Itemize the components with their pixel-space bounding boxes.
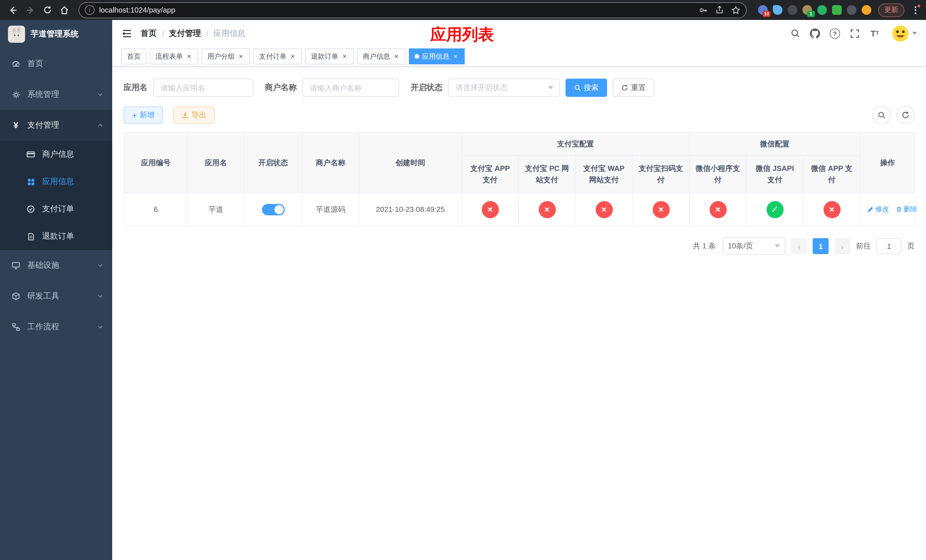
password-key-icon[interactable] [699,5,708,15]
fullscreen-icon[interactable] [850,28,860,38]
tab-merchant-info[interactable]: 商户信息 × [357,48,406,64]
col-header-created: 创建时间 [359,132,461,193]
page-size-select[interactable]: 10条/页 [723,238,785,255]
page-number-1[interactable]: 1 [813,238,829,254]
search-icon[interactable] [790,28,800,38]
delete-link[interactable]: 删除 [896,204,917,214]
app-name-input[interactable] [153,79,253,97]
close-icon[interactable]: × [393,53,400,60]
sidebar-item-system[interactable]: 系统管理 [0,79,112,110]
cell-app-id: 6 [124,193,188,226]
sidebar-item-payment-orders[interactable]: 支付订单 [0,195,112,223]
address-bar[interactable]: i localhost:1024/pay/app [79,2,747,18]
sidebar-item-label: 应用信息 [42,177,103,187]
refresh-table-icon[interactable] [896,106,915,124]
next-page-button[interactable]: › [834,238,850,254]
url-text[interactable]: localhost:1024/pay/app [99,6,694,14]
alipay-wap-status-icon: × [595,201,613,218]
sidebar-item-app-info[interactable]: 应用信息 [0,168,112,195]
breadcrumb-separator: / [206,29,209,38]
browser-update-button[interactable]: 更新 [878,3,904,17]
chevron-up-icon [97,123,103,128]
toggle-search-icon[interactable] [873,106,891,124]
monitor-icon [11,261,21,270]
profile-avatar-icon[interactable] [862,5,872,15]
chevron-down-icon [912,32,917,35]
close-icon[interactable]: × [238,53,244,60]
col-group-wechat: 微信配置 [689,132,860,155]
user-avatar[interactable] [892,25,917,42]
extension-icon-3[interactable] [788,5,797,15]
tab-refund-orders[interactable]: 退款订单 × [305,48,354,64]
wx-app-status-icon: × [823,201,840,218]
payment-submenu: 商户信息 应用信息 支付订单 [0,141,112,250]
extension-icon-5[interactable] [817,5,827,15]
back-icon[interactable] [6,3,21,17]
tab-home[interactable]: 首页 [121,48,146,64]
close-icon[interactable]: × [186,53,192,60]
sidebar-item-home[interactable]: 首页 [0,48,112,79]
sidebar-item-refund-orders[interactable]: 退款订单 [0,223,112,250]
tab-process-form[interactable]: 流程表单 × [150,48,198,64]
tab-app-info[interactable]: 应用信息 × [409,48,465,64]
tab-label: 首页 [127,51,141,61]
collapse-menu-icon[interactable] [121,28,133,39]
wx-jsapi-status-icon: ✓ [766,201,783,218]
reload-icon[interactable] [40,3,54,17]
font-size-icon[interactable]: TT [870,28,880,38]
document-icon [26,232,35,241]
tab-user-group[interactable]: 用户分组 × [201,48,250,64]
application-window: i localhost:1024/pay/app 10 1 [0,0,926,560]
close-icon[interactable]: × [341,53,348,60]
extension-icon-6[interactable] [832,5,842,15]
browser-menu-icon[interactable] [910,4,920,16]
col-group-alipay: 支付宝配置 [461,132,689,155]
col-header-alipay-app: 支付宝 APP 支付 [461,155,519,193]
reset-button[interactable]: 重置 [613,79,654,97]
breadcrumb-payment[interactable]: 支付管理 [169,28,201,38]
prev-page-button[interactable]: ‹ [791,238,807,254]
close-icon[interactable]: × [452,53,459,60]
merchant-name-input[interactable] [303,79,399,97]
col-header-app-name: 应用名 [188,132,244,193]
search-button[interactable]: 搜索 [566,79,607,97]
home-icon[interactable] [57,3,72,17]
sidebar-menu: 首页 系统管理 ¥ 支付管理 [0,48,112,560]
reset-button-label: 重置 [631,83,646,93]
github-icon[interactable] [810,28,820,38]
edit-link[interactable]: 修改 [867,204,889,214]
wx-mini-status-icon: × [709,201,726,218]
sidebar-logo[interactable]: 芋道管理系统 [0,20,112,48]
breadcrumb-home[interactable]: 首页 [141,28,157,38]
extension-icon-1[interactable]: 10 [758,5,768,15]
sidebar-item-dev-tools[interactable]: 研发工具 [0,281,112,312]
tags-view-bar: 首页 流程表单 × 用户分组 × 支付订单 × 退款订单 × [112,47,926,67]
export-button[interactable]: 导出 [173,106,215,124]
status-toggle[interactable] [262,204,284,215]
site-info-icon[interactable]: i [85,5,95,15]
status-select[interactable]: 请选择开启状态 [448,79,560,97]
share-icon[interactable] [715,6,724,14]
extension-icon-4[interactable]: 1 [802,5,812,15]
close-icon[interactable]: × [289,53,296,60]
add-button[interactable]: + 新增 [124,106,163,124]
app-name-label: 应用名 [124,83,147,93]
add-button-label: 新增 [139,110,154,120]
extension-icon-7[interactable] [847,5,856,15]
forward-icon[interactable] [23,3,38,17]
sidebar-item-infrastructure[interactable]: 基础设施 [0,250,112,281]
help-icon[interactable]: ? [830,28,840,38]
bookmark-star-icon[interactable] [731,5,740,15]
download-icon [182,112,189,118]
trash-icon [896,206,902,212]
tab-payment-orders[interactable]: 支付订单 × [253,48,302,64]
sidebar-item-workflow[interactable]: 工作流程 [0,312,112,342]
sidebar-item-payment[interactable]: ¥ 支付管理 [0,110,112,141]
extension-icon-2[interactable] [773,5,782,15]
col-header-alipay-qr: 支付宝扫码支付 [632,155,689,193]
cell-merchant: 芋道源码 [302,193,359,226]
avatar-emoji [892,25,909,42]
sidebar-item-merchant-info[interactable]: 商户信息 [0,141,112,168]
chevron-down-icon [97,92,103,97]
goto-page-input[interactable] [876,238,902,254]
